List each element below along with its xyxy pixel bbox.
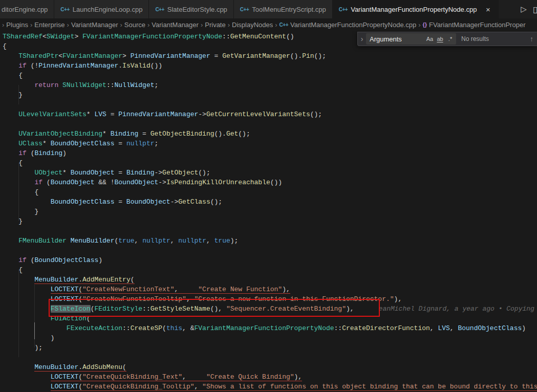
code-line[interactable]: MenuBuilder.AddSubMenu( <box>0 362 537 372</box>
code-line[interactable]: if (!PinnedVariantManager.IsValid()) <box>0 61 537 71</box>
code-line[interactable]: FSlateIcon(FEditorStyle::GetStyleSetName… <box>0 304 537 314</box>
tab-variantmanagerfunctionpropertynode-cpp[interactable]: C++VariantManagerFunctionPropertyNode.cp… <box>333 0 499 18</box>
breadcrumb-item[interactable]: Plugins <box>6 21 28 29</box>
cpp-file-icon: C++ <box>155 7 164 12</box>
code-line[interactable]: UObject* BoundObject = Binding->GetObjec… <box>0 168 537 178</box>
code-line[interactable]: { <box>0 265 537 275</box>
code-line[interactable]: MenuBuilder.AddMenuEntry( <box>0 275 537 285</box>
code-line[interactable]: ) <box>0 333 537 343</box>
tab-label: SlateEditorStyle.cpp <box>167 6 227 13</box>
code-line[interactable]: ); <box>0 343 537 353</box>
cpp-file-icon: C++ <box>339 7 348 12</box>
breadcrumb-item[interactable]: VariantManager <box>152 21 199 29</box>
code-line[interactable]: LOCTEXT("CreateNewFunctionTooltip", "Cre… <box>0 294 537 304</box>
whole-word-button[interactable]: ab <box>435 34 445 44</box>
breadcrumb-label: FVariantManagerFunctionProper <box>429 21 525 29</box>
breadcrumb-item[interactable]: VariantManager <box>71 21 118 29</box>
find-results-label: No results <box>461 35 489 42</box>
code-line[interactable] <box>0 100 537 110</box>
breadcrumb: ›Plugins›Enterprise›VariantManager›Sourc… <box>0 18 537 31</box>
code-line[interactable]: { <box>0 187 537 197</box>
code-line[interactable]: if (BoundObject && !BoundObject->IsPendi… <box>0 178 537 187</box>
cpp-file-icon: C++ <box>240 7 249 12</box>
match-case-button[interactable]: Aa <box>425 34 435 44</box>
find-widget: › Aa ab .* No results ↑ ↓ <box>357 32 537 46</box>
tab-launchengineloop-cpp[interactable]: C++LaunchEngineLoop.cpp <box>54 0 149 18</box>
code-line[interactable]: } <box>0 216 537 226</box>
tab-ditorengine-cpp[interactable]: ditorEngine.cpp <box>0 0 54 18</box>
breadcrumb-label: VariantManager <box>71 21 118 29</box>
breadcrumb-item[interactable]: Enterprise <box>34 21 65 29</box>
tab-label: ditorEngine.cpp <box>2 6 48 13</box>
breadcrumb-label: VariantManager <box>152 21 199 29</box>
code-line[interactable]: UVariantObjectBinding* Binding = GetObje… <box>0 129 537 139</box>
code-line[interactable]: UClass* BoundObjectClass = nullptr; <box>0 139 537 148</box>
code-line[interactable]: return SNullWidget::NullWidget; <box>0 80 537 90</box>
code-line[interactable]: } <box>0 90 537 100</box>
chevron-right-icon: › <box>147 21 149 29</box>
breadcrumb-label: VariantManagerFunctionPropertyNode.cpp <box>290 21 416 29</box>
breadcrumb-item[interactable]: DisplayNodes <box>232 21 273 29</box>
code-line[interactable]: BoundObjectClass = BoundObject->GetClass… <box>0 197 537 207</box>
code-line[interactable]: if (Binding) <box>0 148 537 158</box>
breadcrumb-label: Source <box>124 21 145 29</box>
cpp-file-icon: C++ <box>60 7 69 12</box>
code-line[interactable] <box>0 246 537 255</box>
code-line[interactable] <box>0 119 537 129</box>
vscode-window: ditorEngine.cppC++LaunchEngineLoop.cppC+… <box>0 0 537 392</box>
code-line[interactable]: TSharedPtr<FVariantManager> PinnedVarian… <box>0 51 537 61</box>
code-line[interactable]: LOCTEXT("CreateNewFunctionText", "Create… <box>0 285 537 294</box>
tab-strip: ditorEngine.cppC++LaunchEngineLoop.cppC+… <box>0 0 499 18</box>
toggle-replace-button[interactable]: › <box>358 32 366 46</box>
code-line[interactable] <box>0 226 537 236</box>
code-line[interactable]: } <box>0 207 537 216</box>
chevron-right-icon: › <box>67 21 69 29</box>
tab-toolmenuentryscript-cpp[interactable]: C++ToolMenuEntryScript.cpp <box>234 0 333 18</box>
split-editor-icon[interactable]: ◫ <box>533 5 537 14</box>
code-line[interactable]: FExecuteAction::CreateSP(this, &FVariant… <box>0 323 537 333</box>
code-line[interactable]: if (BoundObjectClass) <box>0 255 537 265</box>
code-line[interactable] <box>0 353 537 362</box>
code-line[interactable]: ULevelVariantSets* LVS = PinnedVariantMa… <box>0 110 537 119</box>
find-input-wrap[interactable]: Aa ab .* <box>366 33 456 45</box>
tab-label: ToolMenuEntryScript.cpp <box>252 6 326 13</box>
cpp-file-icon: C++ <box>280 22 288 28</box>
breadcrumb-item[interactable]: {}FVariantManagerFunctionProper <box>423 21 526 29</box>
breadcrumb-label: Private <box>205 21 225 29</box>
code-line[interactable]: { <box>0 158 537 168</box>
close-icon[interactable]: × <box>484 6 492 13</box>
breadcrumb-item[interactable]: Private <box>205 21 225 29</box>
breadcrumb-label: DisplayNodes <box>232 21 273 29</box>
breadcrumb-item[interactable]: Source <box>124 21 145 29</box>
tab-slateeditorstyle-cpp[interactable]: C++SlateEditorStyle.cpp <box>149 0 233 18</box>
chevron-right-icon: › <box>418 21 420 29</box>
run-button[interactable]: ▷ <box>521 5 527 14</box>
chevron-right-icon: › <box>228 21 230 29</box>
breadcrumb-label: Enterprise <box>34 21 65 29</box>
tab-bar: ditorEngine.cppC++LaunchEngineLoop.cppC+… <box>0 0 537 18</box>
tab-label: VariantManagerFunctionPropertyNode.cpp <box>351 6 477 13</box>
regex-button[interactable]: .* <box>445 34 455 44</box>
editor-actions: ▷ ◫ <box>517 0 537 18</box>
code-line[interactable]: { <box>0 71 537 80</box>
chevron-right-icon: › <box>201 21 203 29</box>
breadcrumb-item[interactable]: C++VariantManagerFunctionPropertyNode.cp… <box>280 21 417 29</box>
previous-match-button[interactable]: ↑ <box>530 35 533 43</box>
code-line[interactable]: FUIAction( <box>0 314 537 323</box>
breadcrumb-label: Plugins <box>6 21 28 29</box>
blame-annotation: eanMichel Dignard, a year ago • Copying <box>379 305 537 313</box>
code-editor[interactable]: TSharedRef<SWidget> FVariantManagerFunct… <box>0 31 537 392</box>
find-nav: ↑ ↓ <box>527 35 537 43</box>
chevron-right-icon: › <box>2 21 4 29</box>
find-input[interactable] <box>370 35 424 43</box>
code-area: TSharedRef<SWidget> FVariantManagerFunct… <box>0 32 537 391</box>
chevron-right-icon: › <box>361 35 363 43</box>
chevron-right-icon: › <box>120 21 122 29</box>
chevron-right-icon: › <box>30 21 32 29</box>
symbol-class-icon: {} <box>423 21 427 28</box>
tab-label: LaunchEngineLoop.cpp <box>73 6 143 13</box>
chevron-right-icon: › <box>275 21 277 29</box>
code-line[interactable]: LOCTEXT("CreateQuickBinding_Text", "Crea… <box>0 372 537 382</box>
code-line[interactable]: LOCTEXT("CreateQuickBinding_Tooltip", "S… <box>0 382 537 391</box>
code-line[interactable]: FMenuBuilder MenuBuilder(true, nullptr, … <box>0 236 537 246</box>
